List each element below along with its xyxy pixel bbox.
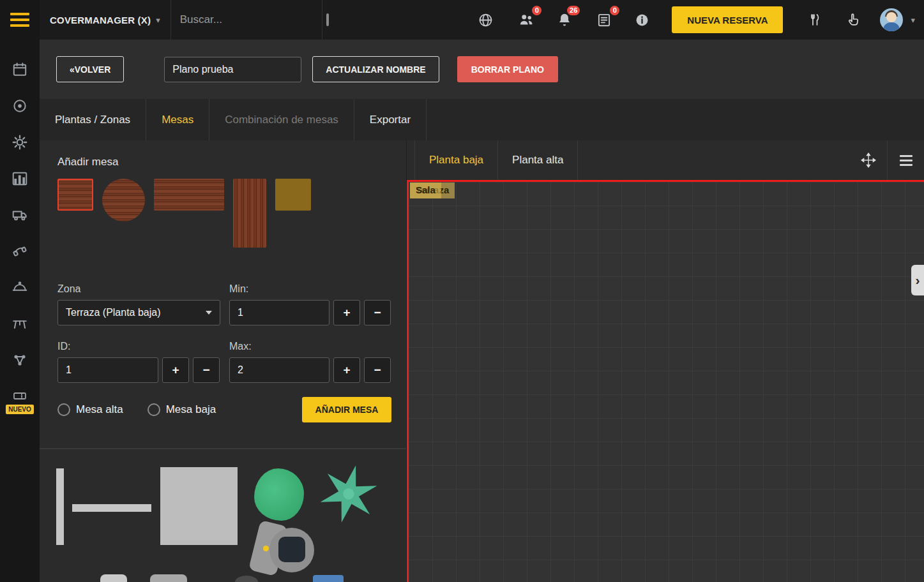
tab-exportar[interactable]: Exportar: [354, 99, 427, 140]
update-name-button[interactable]: ACTUALIZAR NOMBRE: [312, 56, 439, 82]
tab-mesas[interactable]: Mesas: [146, 99, 209, 140]
tab-combinacion-mesas[interactable]: Combinación de mesas: [209, 99, 354, 140]
id-input[interactable]: [57, 357, 158, 383]
add-table-form: Zona Terraza (Planta baja) Min:: [57, 283, 391, 422]
move-tool-icon[interactable]: [850, 140, 887, 180]
zone-label-sala[interactable]: Sala: [410, 183, 441, 198]
zona-select[interactable]: Terraza (Planta baja): [57, 300, 220, 325]
sidebar-item-service[interactable]: [0, 269, 40, 306]
restaurant-utensils-icon[interactable]: [807, 11, 822, 28]
phone-icon: [9, 240, 31, 262]
cloche-icon: [11, 280, 28, 296]
modules-icon: [11, 352, 28, 369]
sidebar-item-delivery[interactable]: [0, 197, 40, 233]
decor-item-partial-2[interactable]: [150, 574, 187, 582]
bar-chart-icon: [11, 170, 28, 187]
editor-tabs: Plantas / Zonas Mesas Combinación de mes…: [40, 99, 924, 140]
sidebar-item-stats[interactable]: [0, 160, 40, 197]
info-icon[interactable]: [634, 12, 650, 28]
table-shape-olive-square[interactable]: [275, 179, 311, 211]
left-sidebar: NUEVO: [0, 0, 40, 582]
mesa-baja-radio[interactable]: [148, 403, 160, 416]
back-button[interactable]: «VOLVER: [56, 56, 124, 82]
decor-star-plant[interactable]: [318, 463, 379, 525]
truck-icon: [11, 207, 29, 223]
add-table-button[interactable]: AÑADIR MESA: [302, 397, 391, 422]
min-label: Min:: [229, 283, 391, 295]
guests-badge: 0: [532, 6, 542, 15]
sidebar-item-phone[interactable]: [0, 233, 40, 269]
search-input[interactable]: [180, 13, 321, 26]
clock-donut-icon: [11, 98, 28, 114]
notifications-badge: 26: [567, 6, 580, 15]
collapse-panel-chevron[interactable]: ›: [911, 265, 924, 295]
calendar-icon: [11, 61, 28, 78]
table-shape-picker: [57, 179, 406, 248]
min-increment-button[interactable]: +: [333, 300, 360, 325]
id-increment-button[interactable]: +: [162, 357, 189, 383]
camera-lens: [278, 537, 305, 562]
zona-label: Zona: [57, 283, 220, 295]
ticket-icon: [11, 388, 29, 403]
decor-item-partial-4[interactable]: [313, 575, 344, 582]
decor-shape-picker: [40, 449, 406, 582]
guests-icon[interactable]: 0: [518, 11, 534, 28]
new-reservation-button[interactable]: NUEVA RESERVA: [672, 6, 783, 33]
plan-header: «VOLVER ACTUALIZAR NOMBRE BORRAR PLANO: [40, 40, 924, 99]
min-decrement-button[interactable]: −: [364, 300, 391, 325]
app-root: NUEVO COVERMANAGER (X) ▾ 0: [0, 0, 924, 582]
table-shape-tall-rect[interactable]: [233, 179, 266, 248]
sidebar-item-settings[interactable]: [0, 124, 40, 160]
notifications-bell-icon[interactable]: 26: [556, 11, 573, 28]
language-globe-icon[interactable]: [478, 12, 494, 28]
chevron-down-icon: ▾: [156, 15, 160, 25]
nuevo-badge: NUEVO: [6, 405, 34, 414]
floorplan-area: Planta baja Planta alta Terraza Sala ›: [407, 140, 924, 582]
chevron-right-icon: ›: [916, 272, 920, 288]
avatar-body: [883, 22, 900, 31]
plan-name-input[interactable]: [164, 57, 301, 82]
mesa-alta-radio[interactable]: [57, 403, 70, 416]
canvas-menu-hamburger-icon[interactable]: [887, 140, 924, 180]
user-avatar[interactable]: [880, 8, 903, 31]
camera-led: [263, 546, 269, 551]
sidebar-item-tables[interactable]: [0, 306, 40, 342]
main-menu-hamburger-icon[interactable]: [0, 0, 40, 40]
add-table-panel: Añadir mesa Zona Terraza (Pl: [40, 140, 407, 582]
mesa-alta-label: Mesa alta: [76, 403, 123, 416]
tab-plantas-zonas[interactable]: Plantas / Zonas: [40, 99, 146, 140]
floorplan-canvas[interactable]: Terraza Sala ›: [407, 180, 924, 582]
hand-cursor-icon[interactable]: [845, 11, 861, 28]
sidebar-item-calendar[interactable]: [0, 51, 40, 87]
sidebar-item-integrations[interactable]: [0, 342, 40, 378]
decor-wall-horizontal[interactable]: [72, 504, 151, 512]
max-increment-button[interactable]: +: [333, 357, 360, 383]
tab-planta-alta[interactable]: Planta alta: [498, 140, 578, 180]
table-shape-circle[interactable]: [102, 179, 145, 221]
search-checkbox[interactable]: [326, 13, 329, 26]
avatar-face: [886, 12, 897, 22]
decor-gray-square[interactable]: [160, 467, 238, 545]
id-label: ID:: [57, 341, 220, 352]
id-decrement-button[interactable]: −: [193, 357, 220, 383]
sidebar-item-shifts[interactable]: [0, 87, 40, 124]
topbar: COVERMANAGER (X) ▾ 0 26: [40, 0, 924, 40]
table-height-options: Mesa alta Mesa baja AÑADIR MESA: [57, 397, 391, 422]
sidebar-item-tickets[interactable]: NUEVO: [0, 378, 40, 423]
table-shape-square[interactable]: [57, 179, 93, 211]
reservations-list-icon[interactable]: 0: [596, 11, 612, 28]
max-label: Max:: [229, 341, 391, 352]
decor-item-partial-1[interactable]: [100, 574, 127, 582]
delete-plan-button[interactable]: BORRAR PLANO: [457, 56, 558, 82]
brand-selector[interactable]: COVERMANAGER (X) ▾: [40, 0, 170, 40]
reservations-badge: 0: [610, 6, 619, 15]
decor-wall-vertical[interactable]: [56, 468, 64, 545]
account-caret-icon[interactable]: ▾: [911, 15, 915, 25]
decor-bush-plant[interactable]: [254, 468, 304, 521]
min-input[interactable]: [229, 300, 329, 325]
table-shape-wide-rect[interactable]: [154, 179, 224, 211]
tab-planta-baja[interactable]: Planta baja: [414, 140, 498, 180]
max-input[interactable]: [229, 357, 329, 383]
max-decrement-button[interactable]: −: [364, 357, 391, 383]
decor-security-camera[interactable]: [248, 521, 318, 582]
